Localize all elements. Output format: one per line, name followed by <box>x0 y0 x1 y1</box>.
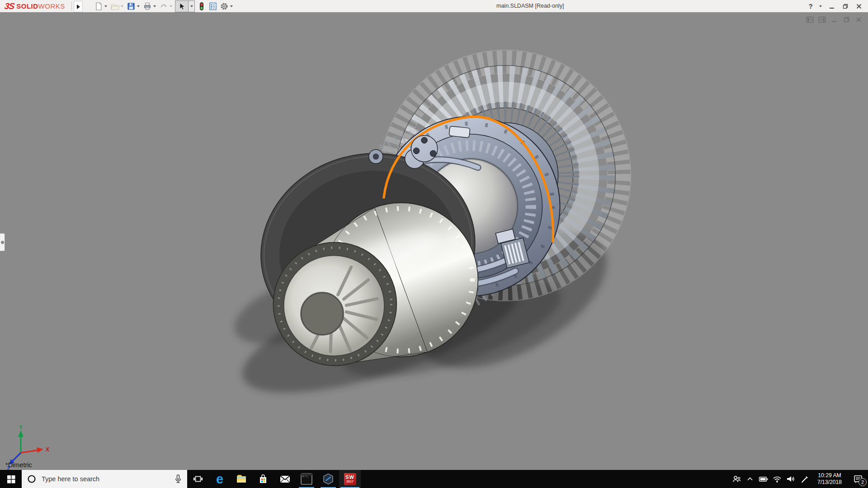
task-view-icon <box>193 474 203 484</box>
close-icon <box>856 3 862 9</box>
people-button[interactable] <box>730 470 743 488</box>
document-window-controls <box>806 15 863 23</box>
file-properties-button[interactable] <box>207 1 218 12</box>
undo-icon <box>159 2 168 11</box>
solidworks-logo: 3S SOLID WORKS <box>5 0 65 12</box>
print-dropdown-caret[interactable] <box>153 5 156 7</box>
desktop-screen: 3S SOLID WORKS <box>0 0 868 488</box>
new-document-button[interactable] <box>93 1 104 12</box>
taskbar-app-store[interactable] <box>252 470 274 488</box>
view-orientation-label: *Dimetric <box>5 461 32 469</box>
brand-works: WORKS <box>38 2 65 10</box>
restore-button[interactable] <box>840 1 851 11</box>
taskbar-search-box[interactable] <box>22 470 187 488</box>
undo-dropdown-caret[interactable] <box>170 5 172 7</box>
volume-button[interactable] <box>784 470 797 488</box>
window-title: main.SLDASM [Read-only] <box>496 0 564 12</box>
doc-restore-button[interactable] <box>842 15 850 23</box>
system-tray: 10:29 AM 7/13/2018 2 <box>730 470 868 488</box>
select-tool-button[interactable] <box>175 0 189 12</box>
new-document-icon <box>94 2 103 11</box>
file-explorer-icon <box>236 473 247 485</box>
print-icon <box>143 2 152 11</box>
collapsed-pane-tab[interactable] <box>0 233 5 251</box>
notification-badge: 2 <box>859 478 867 486</box>
y-axis-label: Y <box>19 425 23 431</box>
taskbar-app-command-prompt[interactable]: C:\_ <box>296 470 317 488</box>
search-input[interactable] <box>41 475 174 483</box>
microphone-icon[interactable] <box>174 474 183 484</box>
toolbar-separator <box>71 2 72 10</box>
microsoft-store-icon <box>258 474 269 484</box>
people-icon <box>732 474 741 483</box>
volume-icon <box>786 475 795 483</box>
pen-settings-button[interactable] <box>797 470 811 488</box>
x-axis-label: X <box>46 446 49 453</box>
quick-access-toolbar <box>93 0 235 12</box>
battery-status-button[interactable] <box>757 470 770 488</box>
open-icon <box>110 2 119 11</box>
mail-icon <box>279 474 291 485</box>
action-center-button[interactable]: 2 <box>848 470 868 488</box>
undo-button[interactable] <box>158 1 169 12</box>
help-dropdown-caret[interactable] <box>819 5 822 7</box>
rebuild-button[interactable] <box>196 1 207 12</box>
save-dropdown-caret[interactable] <box>137 5 140 7</box>
command-prompt-icon: C:\_ <box>301 473 312 485</box>
pane-left-toggle-button[interactable] <box>806 15 814 23</box>
taskbar-app-edge[interactable]: e <box>209 470 231 488</box>
wifi-icon <box>773 475 782 483</box>
pane-right-toggle-button[interactable] <box>818 15 826 23</box>
tray-date: 7/13/2018 <box>812 479 847 486</box>
battery-icon <box>759 475 769 483</box>
minimize-button[interactable] <box>826 1 837 11</box>
taskbar-app-mail[interactable] <box>274 470 296 488</box>
save-button[interactable] <box>125 1 137 12</box>
restore-icon <box>842 3 849 9</box>
pane-right-toggle-icon <box>818 16 826 23</box>
taskbar-app-hexagon-3d[interactable] <box>317 470 339 488</box>
doc-close-button[interactable] <box>854 15 863 23</box>
menu-flyout-button[interactable] <box>74 1 83 12</box>
ds-logo-mark: 3S <box>4 1 14 11</box>
select-tool-group <box>175 0 195 12</box>
chevron-up-icon <box>746 475 754 483</box>
print-button[interactable] <box>142 1 153 12</box>
solidworks-2017-icon: SW 2017 <box>344 473 356 485</box>
options-gear-icon <box>220 2 229 11</box>
pane-left-toggle-icon <box>806 16 814 23</box>
nozzle-mouth[interactable] <box>273 242 396 366</box>
options-dropdown-caret[interactable] <box>230 5 233 7</box>
pane-tab-dot-icon <box>1 241 4 244</box>
help-button[interactable]: ? <box>805 1 816 11</box>
new-dropdown-caret[interactable] <box>104 5 107 7</box>
windows-logo-icon <box>6 474 16 484</box>
rebuild-traffic-light-icon <box>197 2 206 11</box>
doc-close-icon <box>855 16 862 23</box>
windows-taskbar: e <box>0 470 868 488</box>
task-view-button[interactable] <box>187 470 209 488</box>
doc-restore-icon <box>843 16 850 23</box>
graphics-viewport[interactable]: Y X Z *Dimetric <box>0 12 868 470</box>
close-button[interactable] <box>854 1 864 11</box>
doc-minimize-button[interactable] <box>830 15 838 23</box>
open-button[interactable] <box>109 1 120 12</box>
taskbar-app-file-explorer[interactable] <box>231 470 252 488</box>
file-properties-icon <box>208 2 217 11</box>
start-button[interactable] <box>0 470 22 488</box>
options-button[interactable] <box>218 1 230 12</box>
taskbar-app-solidworks[interactable]: SW 2017 <box>339 470 361 488</box>
engine-assembly-model[interactable] <box>0 12 868 470</box>
open-dropdown-caret[interactable] <box>121 5 123 7</box>
select-tool-dropdown[interactable] <box>189 0 195 12</box>
show-hidden-icons-button[interactable] <box>743 470 757 488</box>
save-icon <box>127 2 136 11</box>
hexagon-app-icon <box>322 473 334 485</box>
titlebar: 3S SOLID WORKS <box>0 0 868 13</box>
network-status-button[interactable] <box>770 470 784 488</box>
brand-solid: SOLID <box>16 2 38 10</box>
tray-clock[interactable]: 10:29 AM 7/13/2018 <box>811 472 848 486</box>
minimize-icon <box>829 3 835 9</box>
cortana-icon <box>27 474 36 483</box>
select-caret-icon <box>190 5 193 7</box>
